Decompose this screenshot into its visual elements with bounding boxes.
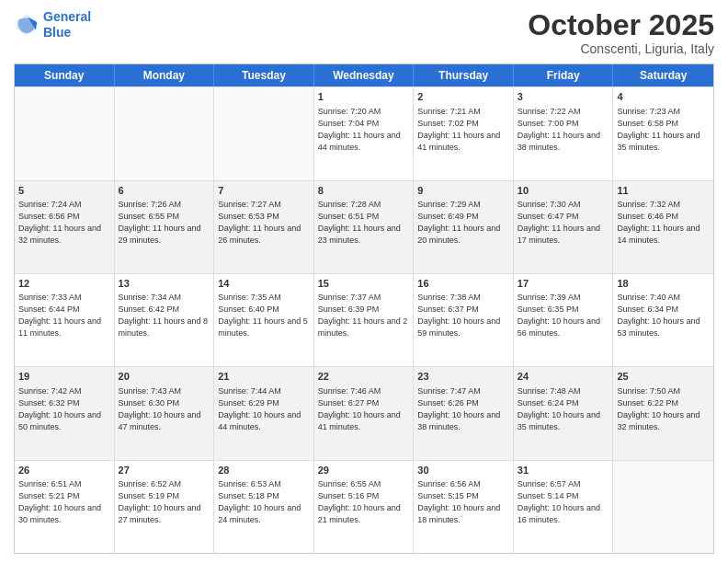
day-num-4-2: 28 <box>218 464 310 477</box>
day-info-3-5: Sunrise: 7:48 AM Sunset: 6:24 PM Dayligh… <box>518 385 609 433</box>
calendar-body: 1Sunrise: 7:20 AM Sunset: 7:04 PM Daylig… <box>15 86 713 553</box>
cal-cell-0-1 <box>115 87 215 179</box>
cal-cell-4-3: 29Sunrise: 6:55 AM Sunset: 5:16 PM Dayli… <box>314 461 415 553</box>
day-num-3-6: 25 <box>617 370 710 384</box>
cal-cell-0-0 <box>15 87 115 179</box>
cal-cell-1-2: 7Sunrise: 7:27 AM Sunset: 6:53 PM Daylig… <box>214 181 314 273</box>
day-num-4-5: 31 <box>518 464 609 477</box>
day-info-0-5: Sunrise: 7:22 AM Sunset: 7:00 PM Dayligh… <box>518 106 609 154</box>
day-num-1-1: 6 <box>119 184 210 198</box>
cal-cell-3-5: 24Sunrise: 7:48 AM Sunset: 6:24 PM Dayli… <box>514 367 614 459</box>
day-num-3-0: 19 <box>18 370 110 384</box>
header-wednesday: Wednesday <box>314 64 415 86</box>
day-num-1-0: 5 <box>18 184 110 198</box>
day-num-1-4: 9 <box>417 184 509 198</box>
day-num-1-6: 11 <box>617 184 710 198</box>
day-info-1-4: Sunrise: 7:29 AM Sunset: 6:49 PM Dayligh… <box>417 199 509 247</box>
day-info-0-3: Sunrise: 7:20 AM Sunset: 7:04 PM Dayligh… <box>318 106 410 154</box>
day-info-4-3: Sunrise: 6:55 AM Sunset: 5:16 PM Dayligh… <box>318 478 410 526</box>
day-info-3-2: Sunrise: 7:44 AM Sunset: 6:29 PM Dayligh… <box>218 385 310 433</box>
day-info-3-0: Sunrise: 7:42 AM Sunset: 6:32 PM Dayligh… <box>18 385 110 433</box>
day-num-3-5: 24 <box>518 370 609 384</box>
day-info-0-4: Sunrise: 7:21 AM Sunset: 7:02 PM Dayligh… <box>417 106 509 154</box>
cal-cell-4-4: 30Sunrise: 6:56 AM Sunset: 5:15 PM Dayli… <box>414 461 514 553</box>
header-friday: Friday <box>514 64 614 86</box>
cal-row-0: 1Sunrise: 7:20 AM Sunset: 7:04 PM Daylig… <box>15 86 713 179</box>
cal-cell-2-4: 16Sunrise: 7:38 AM Sunset: 6:37 PM Dayli… <box>414 274 514 366</box>
day-info-3-3: Sunrise: 7:46 AM Sunset: 6:27 PM Dayligh… <box>318 385 410 433</box>
month-title: October 2025 <box>528 9 714 41</box>
day-num-2-0: 12 <box>18 277 110 291</box>
day-num-0-3: 1 <box>318 90 410 104</box>
day-num-4-1: 27 <box>119 464 210 477</box>
day-num-3-2: 21 <box>218 370 310 384</box>
cal-cell-4-1: 27Sunrise: 6:52 AM Sunset: 5:19 PM Dayli… <box>115 461 215 553</box>
day-info-4-0: Sunrise: 6:51 AM Sunset: 5:21 PM Dayligh… <box>18 478 110 526</box>
day-info-2-6: Sunrise: 7:40 AM Sunset: 6:34 PM Dayligh… <box>617 292 710 339</box>
day-num-4-0: 26 <box>18 464 110 477</box>
day-num-1-3: 8 <box>318 184 410 198</box>
cal-row-4: 26Sunrise: 6:51 AM Sunset: 5:21 PM Dayli… <box>15 460 713 553</box>
day-num-2-2: 14 <box>218 277 310 291</box>
cal-cell-0-2 <box>214 87 314 179</box>
day-num-3-4: 23 <box>417 370 509 384</box>
day-info-3-6: Sunrise: 7:50 AM Sunset: 6:22 PM Dayligh… <box>617 385 710 433</box>
day-num-4-4: 30 <box>417 464 509 477</box>
logo-line1: General <box>43 9 91 24</box>
cal-cell-2-0: 12Sunrise: 7:33 AM Sunset: 6:44 PM Dayli… <box>15 274 115 366</box>
cal-cell-2-6: 18Sunrise: 7:40 AM Sunset: 6:34 PM Dayli… <box>613 274 713 366</box>
day-num-0-5: 3 <box>518 90 609 104</box>
cal-cell-1-5: 10Sunrise: 7:30 AM Sunset: 6:47 PM Dayli… <box>514 181 614 273</box>
cal-row-1: 5Sunrise: 7:24 AM Sunset: 6:56 PM Daylig… <box>15 180 713 273</box>
day-info-1-1: Sunrise: 7:26 AM Sunset: 6:55 PM Dayligh… <box>119 199 210 247</box>
cal-cell-2-1: 13Sunrise: 7:34 AM Sunset: 6:42 PM Dayli… <box>115 274 215 366</box>
day-info-2-4: Sunrise: 7:38 AM Sunset: 6:37 PM Dayligh… <box>417 292 509 339</box>
cal-cell-4-5: 31Sunrise: 6:57 AM Sunset: 5:14 PM Dayli… <box>514 461 614 553</box>
cal-cell-4-2: 28Sunrise: 6:53 AM Sunset: 5:18 PM Dayli… <box>214 461 314 553</box>
day-info-4-1: Sunrise: 6:52 AM Sunset: 5:19 PM Dayligh… <box>119 478 210 526</box>
day-num-2-1: 13 <box>119 277 210 291</box>
day-info-2-2: Sunrise: 7:35 AM Sunset: 6:40 PM Dayligh… <box>218 292 310 339</box>
cal-cell-4-6 <box>613 461 713 553</box>
header-tuesday: Tuesday <box>214 64 314 86</box>
day-info-4-2: Sunrise: 6:53 AM Sunset: 5:18 PM Dayligh… <box>218 478 310 526</box>
day-info-2-5: Sunrise: 7:39 AM Sunset: 6:35 PM Dayligh… <box>518 292 609 339</box>
day-info-0-6: Sunrise: 7:23 AM Sunset: 6:58 PM Dayligh… <box>617 106 710 154</box>
day-num-2-6: 18 <box>617 277 710 291</box>
day-info-2-0: Sunrise: 7:33 AM Sunset: 6:44 PM Dayligh… <box>18 292 110 339</box>
day-num-3-1: 20 <box>119 370 210 384</box>
cal-cell-1-6: 11Sunrise: 7:32 AM Sunset: 6:46 PM Dayli… <box>613 181 713 273</box>
day-info-1-3: Sunrise: 7:28 AM Sunset: 6:51 PM Dayligh… <box>318 199 410 247</box>
cal-cell-4-0: 26Sunrise: 6:51 AM Sunset: 5:21 PM Dayli… <box>15 461 115 553</box>
cal-cell-0-6: 4Sunrise: 7:23 AM Sunset: 6:58 PM Daylig… <box>613 87 713 179</box>
day-info-1-5: Sunrise: 7:30 AM Sunset: 6:47 PM Dayligh… <box>518 199 609 247</box>
cal-cell-3-3: 22Sunrise: 7:46 AM Sunset: 6:27 PM Dayli… <box>314 367 415 459</box>
cal-cell-2-3: 15Sunrise: 7:37 AM Sunset: 6:39 PM Dayli… <box>314 274 415 366</box>
day-info-2-3: Sunrise: 7:37 AM Sunset: 6:39 PM Dayligh… <box>318 292 410 339</box>
cal-cell-3-6: 25Sunrise: 7:50 AM Sunset: 6:22 PM Dayli… <box>613 367 713 459</box>
day-num-4-3: 29 <box>318 464 410 477</box>
cal-cell-1-4: 9Sunrise: 7:29 AM Sunset: 6:49 PM Daylig… <box>414 181 514 273</box>
logo-icon <box>14 12 40 38</box>
calendar: Sunday Monday Tuesday Wednesday Thursday… <box>14 63 714 554</box>
cal-cell-1-3: 8Sunrise: 7:28 AM Sunset: 6:51 PM Daylig… <box>314 181 415 273</box>
day-num-1-2: 7 <box>218 184 310 198</box>
header-thursday: Thursday <box>414 64 514 86</box>
day-num-3-3: 22 <box>318 370 410 384</box>
header-saturday: Saturday <box>613 64 713 86</box>
day-info-1-2: Sunrise: 7:27 AM Sunset: 6:53 PM Dayligh… <box>218 199 310 247</box>
header-monday: Monday <box>115 64 215 86</box>
cal-cell-3-1: 20Sunrise: 7:43 AM Sunset: 6:30 PM Dayli… <box>115 367 215 459</box>
logo: General Blue <box>14 9 91 40</box>
title-section: October 2025 Conscenti, Liguria, Italy <box>528 9 714 56</box>
cal-cell-0-4: 2Sunrise: 7:21 AM Sunset: 7:02 PM Daylig… <box>414 87 514 179</box>
cal-cell-0-5: 3Sunrise: 7:22 AM Sunset: 7:00 PM Daylig… <box>514 87 614 179</box>
cal-cell-3-4: 23Sunrise: 7:47 AM Sunset: 6:26 PM Dayli… <box>414 367 514 459</box>
day-info-3-4: Sunrise: 7:47 AM Sunset: 6:26 PM Dayligh… <box>417 385 509 433</box>
cal-cell-2-5: 17Sunrise: 7:39 AM Sunset: 6:35 PM Dayli… <box>514 274 614 366</box>
header-sunday: Sunday <box>15 64 115 86</box>
logo-text: General Blue <box>43 9 91 40</box>
cal-cell-1-0: 5Sunrise: 7:24 AM Sunset: 6:56 PM Daylig… <box>15 181 115 273</box>
day-info-3-1: Sunrise: 7:43 AM Sunset: 6:30 PM Dayligh… <box>119 385 210 433</box>
header: General Blue October 2025 Conscenti, Lig… <box>14 9 714 56</box>
